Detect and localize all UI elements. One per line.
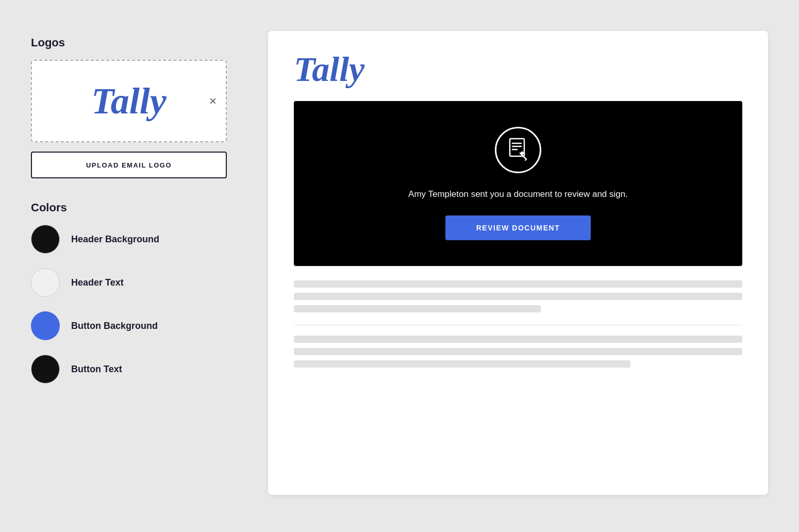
email-preview-panel: Tally Amy Templeton sent you a document … (268, 31, 768, 495)
header-background-label: Header Background (71, 234, 159, 245)
skeleton-line (294, 280, 742, 288)
header-text-label: Header Text (71, 277, 124, 288)
header-background-swatch[interactable] (31, 225, 60, 254)
upload-email-logo-button[interactable]: UPLOAD EMAIL LOGO (31, 152, 227, 178)
skeleton-line (294, 336, 742, 343)
button-background-swatch[interactable] (31, 311, 60, 340)
button-background-label: Button Background (71, 321, 158, 331)
logo-preview-box: Tally × (31, 60, 227, 142)
skeleton-line (294, 293, 742, 300)
hero-icon-container (495, 127, 541, 173)
preview-logo-text: Tally (294, 52, 742, 87)
colors-section-title: Colors (31, 201, 247, 214)
color-item-header-background[interactable]: Header Background (31, 225, 247, 254)
logo-remove-button[interactable]: × (209, 94, 217, 108)
button-text-label: Button Text (71, 364, 122, 375)
color-item-button-text[interactable]: Button Text (31, 355, 247, 384)
skeleton-line (294, 305, 541, 312)
left-panel: Logos Tally × UPLOAD EMAIL LOGO Colors H… (31, 31, 247, 398)
skeleton-line (294, 348, 742, 355)
color-item-button-background[interactable]: Button Background (31, 311, 247, 340)
skeleton-divider (294, 325, 742, 325)
email-hero-section: Amy Templeton sent you a document to rev… (294, 101, 742, 266)
header-text-swatch[interactable] (31, 268, 60, 297)
svg-line-6 (525, 159, 526, 160)
colors-section: Colors Header Background Header Text But… (31, 201, 247, 384)
review-document-button[interactable]: REVIEW DOCUMENT (445, 215, 591, 240)
logos-section-title: Logos (31, 36, 247, 49)
document-sign-icon (505, 137, 531, 163)
logo-preview-text: Tally (91, 80, 166, 123)
hero-message-text: Amy Templeton sent you a document to rev… (408, 188, 628, 201)
skeleton-section-1 (294, 280, 742, 312)
skeleton-section-2 (294, 336, 742, 368)
skeleton-line (294, 360, 630, 368)
button-text-swatch[interactable] (31, 355, 60, 384)
color-item-header-text[interactable]: Header Text (31, 268, 247, 297)
